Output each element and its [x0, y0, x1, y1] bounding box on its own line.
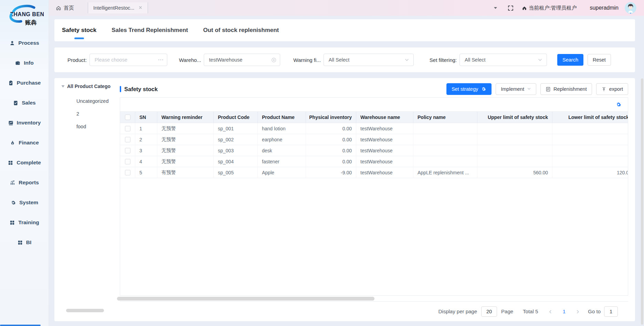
cell-sn: 3: [135, 145, 157, 156]
table-row[interactable]: 4 无预警 sp_004 fastener 0.00 testWarehouse: [120, 156, 628, 167]
category-tree: All Product Catego Uncategorized2food: [54, 78, 120, 321]
product-input[interactable]: [90, 54, 167, 66]
set-filtering-select[interactable]: All Select: [460, 54, 547, 66]
caret-down-icon[interactable]: [494, 7, 497, 10]
sidebar-item-label: Process: [18, 40, 39, 46]
row-checkbox[interactable]: [125, 126, 130, 131]
cell-sn: 5: [135, 167, 157, 178]
cell-upper-limit: [477, 134, 552, 145]
sidebar-scrollbar[interactable]: [0, 325, 41, 326]
home-label: 首页: [64, 5, 74, 11]
tab[interactable]: Sales Trend Replenishment: [112, 19, 188, 41]
row-checkbox[interactable]: [125, 159, 130, 164]
cell-sn: 2: [135, 134, 157, 145]
tab[interactable]: Out of stock replenishment: [203, 19, 279, 41]
column-header[interactable]: Upper limit of safety stock: [477, 112, 552, 123]
export-label: export: [609, 86, 623, 92]
current-page[interactable]: 1: [563, 308, 566, 314]
column-header[interactable]: Product Code: [214, 112, 258, 123]
tab[interactable]: Safety stock: [62, 19, 96, 41]
page-size-input[interactable]: [482, 307, 497, 316]
goto-input[interactable]: [604, 307, 617, 316]
tree-horizontal-scrollbar[interactable]: [66, 309, 104, 312]
tree-item[interactable]: 2: [76, 107, 120, 120]
home-outline-icon: [56, 5, 61, 11]
column-header[interactable]: Policy name: [413, 112, 477, 123]
cell-warning-reminder: 无预警: [157, 145, 214, 156]
sidebar-item[interactable]: Complete: [0, 153, 49, 173]
reset-button[interactable]: Reset: [588, 54, 611, 66]
cell-product-name: hand lotion: [258, 123, 306, 134]
column-header[interactable]: Product Name: [258, 112, 306, 123]
column-header[interactable]: Lower limit of safety stock: [552, 112, 628, 123]
tab-close-icon[interactable]: [138, 5, 142, 11]
header-checkbox-cell: [120, 112, 135, 123]
column-header[interactable]: Warehouse name: [356, 112, 413, 123]
column-header[interactable]: Physical inventory: [306, 112, 356, 123]
column-header[interactable]: SN: [135, 112, 157, 123]
page-tab-label: IntelligentRestoc...: [93, 5, 134, 11]
cell-lower-limit: [552, 134, 628, 145]
topbar-right: 当前租户:管理员租户 superadmin: [494, 2, 636, 14]
row-checkbox[interactable]: [125, 148, 130, 153]
cell-physical-inventory: 0.00: [306, 134, 356, 145]
implement-button[interactable]: Implement: [496, 83, 536, 95]
sidebar-item[interactable]: Training: [0, 213, 49, 232]
sidebar-item[interactable]: Reports: [0, 173, 49, 193]
sidebar-item[interactable]: Info: [0, 53, 49, 73]
section-title: Safety stock: [124, 86, 158, 93]
row-checkbox[interactable]: [125, 137, 130, 142]
current-tenant[interactable]: 当前租户:管理员租户: [522, 5, 577, 11]
table-horizontal-scrollbar[interactable]: [117, 297, 374, 301]
product-label: Product:: [67, 57, 87, 63]
tree-root-all-categories[interactable]: All Product Catego: [61, 84, 120, 89]
tree-item[interactable]: food: [76, 120, 120, 133]
cell-warning-reminder: 有预警: [157, 167, 214, 178]
replenishment-button[interactable]: Replenishment: [540, 83, 592, 95]
tree-item[interactable]: Uncategorized: [76, 95, 120, 107]
page-vertical-scrollbar[interactable]: [641, 78, 643, 325]
sidebar-item[interactable]: System: [0, 193, 49, 213]
cell-warehouse-name: testWarehouse: [356, 134, 413, 145]
total-count: Total 5: [523, 308, 538, 314]
gear-icon: [481, 86, 486, 92]
sidebar-item[interactable]: BI: [0, 232, 49, 252]
username[interactable]: superadmin: [590, 5, 619, 11]
home-breadcrumb[interactable]: 首页: [56, 5, 74, 11]
cell-product-code: sp_003: [214, 145, 258, 156]
sidebar-item[interactable]: Purchase: [0, 73, 49, 93]
warehouse-input[interactable]: [204, 54, 280, 66]
clear-icon[interactable]: [271, 57, 276, 63]
sidebar-item[interactable]: Sales: [0, 93, 49, 113]
page-tab[interactable]: IntelligentRestoc...: [88, 2, 148, 13]
table-row[interactable]: 5 有预警 sp_005 Apple -9.00 testWarehouse A…: [120, 167, 628, 178]
more-dots-icon[interactable]: [158, 59, 163, 61]
app-window: ZHANG BEN 账犇 Process Info Purchase Sales: [0, 0, 644, 326]
replenishment-label: Replenishment: [553, 86, 587, 92]
cell-policy-name: AppLE replenishment ...: [413, 167, 477, 178]
warning-filter-select[interactable]: All Select: [324, 54, 414, 66]
sidebar-item[interactable]: Process: [0, 33, 49, 53]
fullscreen-icon[interactable]: [508, 5, 514, 11]
next-page-icon[interactable]: ›: [577, 308, 579, 315]
column-header[interactable]: Warning reminder: [157, 112, 214, 123]
prev-page-icon[interactable]: ‹: [549, 308, 551, 315]
warehouse-label: Wareho...: [179, 57, 201, 63]
search-button[interactable]: Search: [557, 54, 583, 66]
avatar[interactable]: [625, 2, 636, 14]
column-settings-gear-icon[interactable]: [615, 101, 622, 108]
sidebar-item[interactable]: Inventory: [0, 113, 49, 133]
export-button[interactable]: export: [596, 83, 628, 95]
table-row[interactable]: 3 无预警 sp_003 desk 0.00 testWarehouse: [120, 145, 628, 156]
sidebar-item[interactable]: Finance: [0, 133, 49, 153]
sidebar-item-icon: [10, 140, 15, 146]
select-all-checkbox[interactable]: [125, 115, 130, 120]
cell-warehouse-name: testWarehouse: [356, 123, 413, 134]
row-checkbox[interactable]: [125, 170, 130, 175]
cell-upper-limit: [477, 123, 552, 134]
cell-policy-name: [413, 134, 477, 145]
cell-product-code: sp_002: [214, 134, 258, 145]
table-row[interactable]: 1 无预警 sp_001 hand lotion 0.00 testWareho…: [120, 123, 628, 134]
set-strategy-button[interactable]: Set strategy: [446, 83, 492, 95]
table-row[interactable]: 2 无预警 sp_002 earphone 0.00 testWarehouse: [120, 134, 628, 145]
